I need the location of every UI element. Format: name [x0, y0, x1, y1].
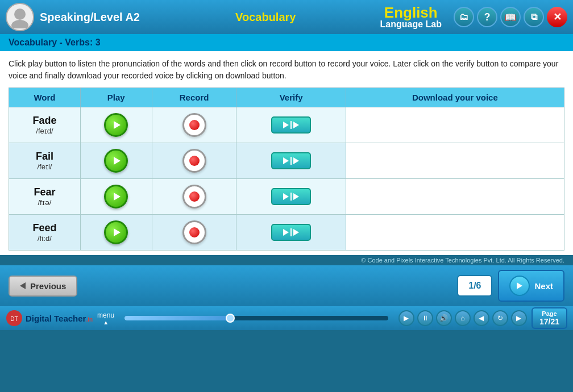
verify-play-icon: [283, 193, 289, 200]
progress-fill: [124, 316, 230, 320]
copyright-text: © Code and Pixels Interactive Technologi…: [361, 257, 564, 264]
play-cell: [80, 143, 152, 179]
brand-name: English Language Lab: [380, 5, 442, 29]
record-dot: [189, 227, 200, 237]
record-button-0[interactable]: [182, 113, 206, 137]
col-record: Record: [152, 88, 236, 107]
table-header-row: Word Play Record Verify Download your vo…: [9, 88, 564, 107]
verify-button-2[interactable]: [271, 188, 311, 205]
table-row: Fade/feɪd/: [9, 107, 564, 143]
download-cell: [346, 107, 564, 143]
volume-button[interactable]: 🔊: [436, 310, 452, 326]
col-verify: Verify: [236, 88, 346, 107]
folder-icon-btn[interactable]: 🗂: [454, 7, 474, 27]
page-indicator: 1/6: [457, 275, 492, 297]
verify-play-icon: [283, 122, 289, 128]
home-button[interactable]: ⌂: [455, 310, 471, 326]
table-row: Feed/fiːd/: [9, 215, 564, 251]
verify-cell: [236, 215, 346, 251]
verify-forward-icon: [293, 157, 299, 164]
verify-button-0[interactable]: [271, 116, 311, 134]
word-cell: Feed/fiːd/: [9, 215, 81, 251]
verify-forward-icon: [293, 193, 299, 200]
verify-divider: [290, 228, 292, 236]
sub-header: Vocabulary - Verbs: 3: [0, 34, 573, 51]
verify-play-icon: [283, 229, 289, 236]
next-label: Next: [534, 281, 553, 291]
word-cell: Fail/feɪl/: [9, 143, 81, 179]
forward-button[interactable]: ▶: [511, 310, 527, 326]
progress-thumb: [226, 314, 235, 323]
record-cell: [152, 143, 236, 179]
settings-icon-btn[interactable]: ⧉: [524, 7, 544, 27]
record-cell: [152, 179, 236, 215]
record-cell: [152, 215, 236, 251]
next-arrow-circle: [509, 276, 530, 296]
footer: DT Digital Teacher.in menu ▲ ▶ ⏸ 🔊 ⌂ ◀ ↻…: [0, 306, 573, 330]
prev-arrow-icon: [20, 282, 26, 289]
instructions-text: Click play button to listen the pronunci…: [9, 58, 564, 82]
next-button[interactable]: Next: [498, 270, 564, 302]
verify-divider: [290, 157, 292, 165]
sub-header-label: Vocabulary - Verbs: 3: [9, 37, 101, 47]
record-button-1[interactable]: [182, 149, 206, 173]
svg-point-1: [11, 20, 28, 28]
record-dot: [189, 156, 200, 166]
refresh-button[interactable]: ↻: [492, 310, 508, 326]
record-dot: [189, 120, 200, 130]
col-word: Word: [9, 88, 81, 107]
table-row: Fail/feɪl/: [9, 143, 564, 179]
record-dot: [189, 191, 200, 202]
vocab-label: Vocabulary: [151, 11, 380, 24]
main-content: Click play button to listen the pronunci…: [0, 51, 573, 255]
verify-play-icon: [283, 157, 289, 164]
play-button-2[interactable]: [104, 185, 128, 208]
verify-divider: [290, 193, 292, 201]
download-cell: [346, 215, 564, 251]
back-button[interactable]: ◀: [474, 310, 489, 326]
next-arrow-icon: [517, 282, 522, 289]
header-icons: 🗂 ? 📖 ⧉ ✕: [454, 7, 567, 27]
avatar: [6, 3, 34, 31]
verify-forward-icon: [293, 229, 299, 236]
play-button-0[interactable]: [104, 113, 128, 137]
record-cell: [152, 107, 236, 143]
download-cell: [346, 143, 564, 179]
play-button-1[interactable]: [104, 149, 128, 173]
bottom-nav: Previous 1/6 Next: [0, 265, 573, 306]
header-right: English Language Lab 🗂 ? 📖 ⧉ ✕: [380, 5, 567, 29]
svg-text:DT: DT: [10, 316, 18, 322]
verify-button-1[interactable]: [271, 152, 311, 169]
svg-point-0: [14, 9, 26, 20]
verify-cell: [236, 107, 346, 143]
previous-label: Previous: [30, 281, 66, 291]
footer-controls: ▶ ⏸ 🔊 ⌂ ◀ ↻ ▶: [398, 310, 527, 326]
header: Speaking/Level A2 Vocabulary English Lan…: [0, 0, 573, 34]
play-pause-button[interactable]: ▶: [398, 310, 414, 326]
verify-cell: [236, 179, 346, 215]
word-cell: Fade/feɪd/: [9, 107, 81, 143]
progress-bar[interactable]: [124, 316, 388, 320]
play-cell: [80, 107, 152, 143]
pause-button[interactable]: ⏸: [417, 310, 433, 326]
help-icon-btn[interactable]: ?: [477, 7, 497, 27]
verify-forward-icon: [293, 122, 299, 128]
close-button[interactable]: ✕: [547, 7, 567, 27]
play-button-3[interactable]: [104, 220, 128, 244]
footer-logo: DT Digital Teacher.in: [6, 310, 93, 327]
page-title: Speaking/Level A2: [40, 11, 140, 24]
verify-button-3[interactable]: [271, 224, 311, 241]
play-cell: [80, 215, 152, 251]
verify-divider: [290, 121, 292, 129]
record-button-2[interactable]: [182, 185, 206, 208]
verify-cell: [236, 143, 346, 179]
menu-button[interactable]: menu ▲: [97, 311, 114, 326]
copyright-bar: © Code and Pixels Interactive Technologi…: [0, 255, 573, 265]
book-icon-btn[interactable]: 📖: [500, 7, 521, 27]
page-badge: Page 17/21: [532, 307, 567, 329]
footer-logo-text: Digital Teacher.in: [26, 314, 93, 323]
previous-button[interactable]: Previous: [9, 276, 77, 297]
record-button-3[interactable]: [182, 220, 206, 244]
table-row: Fear/fɪə/: [9, 179, 564, 215]
vocab-table: Word Play Record Verify Download your vo…: [9, 87, 564, 251]
